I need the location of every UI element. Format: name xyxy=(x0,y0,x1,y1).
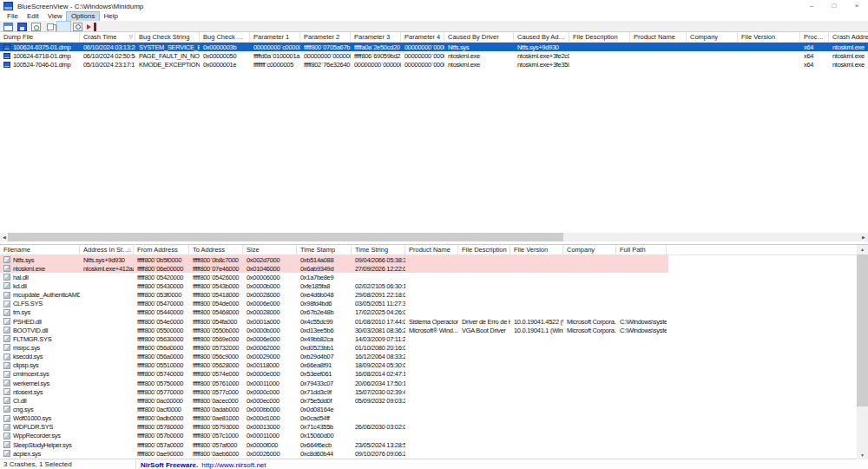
minimize-button[interactable]: – xyxy=(800,0,823,12)
driver-file-icon xyxy=(3,362,10,369)
horizontal-scrollbar[interactable]: ◀ ▶ xyxy=(0,233,868,241)
driver-row[interactable]: cmimcext.sysfffff800`05740000fffff800`05… xyxy=(0,370,668,379)
menu-item-options[interactable]: Options xyxy=(67,12,100,21)
driver-row[interactable]: PSHED.dllfffff800`054e0000fffff800`054fa… xyxy=(0,317,668,326)
driver-row[interactable]: CLFS.SYSfffff800`05470000fffff800`054de0… xyxy=(0,300,668,308)
table-cell: 0x15060d00 xyxy=(297,432,352,440)
column-header-file-description[interactable]: File Description xyxy=(569,32,630,42)
column-header-time-string[interactable]: Time String xyxy=(352,245,405,254)
driver-row[interactable]: Ntfs.sysNtfs.sys+9d930fffff800`0b5f0000f… xyxy=(0,255,668,264)
scroll-down-arrow-icon[interactable]: ▼ xyxy=(857,451,868,459)
column-header-file-version[interactable]: File Version xyxy=(738,32,800,42)
column-header-bug-check-string[interactable]: Bug Check String xyxy=(135,32,200,42)
table-cell: ffffffff`c0000005 xyxy=(250,61,300,69)
driver-row[interactable]: msrpc.sysfffff800`056d0000fffff800`05732… xyxy=(0,343,668,352)
column-header-parameter-4[interactable]: Parameter 4 xyxy=(401,32,444,42)
vertical-scrollbar[interactable]: ▲ ▼ xyxy=(857,245,868,459)
driver-row[interactable]: BOOTVID.dllfffff800`05500000fffff800`055… xyxy=(0,326,668,334)
driver-row[interactable]: cng.sysfffff800`0acf0000fffff800`0adab00… xyxy=(0,405,668,413)
crash-row[interactable]: 100524-7046-01.dmp05/10/2024 23:17:17KMO… xyxy=(0,61,868,69)
column-header-caused-by-address[interactable]: Caused By Address xyxy=(514,32,569,42)
table-cell: 0x00006000 xyxy=(243,273,297,281)
column-header-bug-check-code[interactable]: Bug Check Code xyxy=(200,32,250,42)
driver-row[interactable]: ksecdd.sysfffff800`056a0000fffff800`056c… xyxy=(0,353,668,361)
column-header-full-path[interactable]: Full Path xyxy=(616,245,667,254)
driver-row[interactable]: FLTMGR.SYSfffff800`05630000fffff800`0569… xyxy=(0,334,668,343)
column-header-address-in-stack[interactable]: Address In Stack△ xyxy=(80,245,134,254)
table-cell: hal.dll xyxy=(0,273,80,281)
table-cell: fffff800`05500000 xyxy=(134,326,189,334)
driver-row[interactable]: mcupdate_AuthenticAMD.dllfffff800`053f00… xyxy=(0,291,668,300)
toolbar-button-properties[interactable] xyxy=(57,22,70,32)
driver-row[interactable]: SleepStudyHelper.sysfffff800`057a0000fff… xyxy=(0,440,668,449)
table-cell: fffff800`0543b000 xyxy=(189,281,243,290)
toolbar-button-copy[interactable] xyxy=(43,22,56,32)
column-header-parameter-1[interactable]: Parameter 1 xyxy=(250,32,300,42)
table-cell xyxy=(563,255,616,264)
column-header-file-description[interactable]: File Description xyxy=(458,245,510,254)
maximize-button[interactable]: □ xyxy=(823,0,845,12)
driver-row[interactable]: ntoskrnl.exentoskrnl.exe+412aa9fffff800`… xyxy=(0,264,668,273)
close-button[interactable]: × xyxy=(845,0,868,12)
table-cell: fffff800`05430000 xyxy=(134,281,189,290)
column-header-company[interactable]: Company xyxy=(563,245,616,254)
driver-row[interactable]: hal.dllfffff800`05420000fffff800`0542600… xyxy=(0,273,668,281)
toolbar-button-refresh[interactable] xyxy=(30,22,43,32)
scroll-right-arrow-icon[interactable]: ▶ xyxy=(859,233,868,241)
driver-row[interactable]: tm.sysfffff800`05440000fffff800`05468000… xyxy=(0,308,668,317)
crash-row[interactable]: 100624-6375-01.dmp06/10/2024 03:13:20SYS… xyxy=(0,43,868,51)
column-header-dump-file[interactable]: Dump File xyxy=(0,32,80,42)
sort-desc-icon: ▽ xyxy=(128,32,133,42)
table-cell: ntosext.sys xyxy=(0,387,80,396)
table-cell xyxy=(563,308,616,317)
column-header-crash-time[interactable]: Crash Time▽ xyxy=(80,32,135,42)
nirsoft-url-link[interactable]: http://www.nirsoft.net xyxy=(201,461,266,469)
column-header-filename[interactable]: Filename xyxy=(0,245,80,254)
table-cell xyxy=(405,396,458,405)
table-cell: 02/02/2105 06:30:16 xyxy=(352,281,405,290)
driver-row[interactable]: ntosext.sysfffff800`05770000fffff800`057… xyxy=(0,387,668,396)
column-header-parameter-2[interactable]: Parameter 2 xyxy=(300,32,351,42)
column-header-time-stamp[interactable]: Time Stamp xyxy=(297,245,352,254)
toolbar-button-window[interactable] xyxy=(2,22,15,32)
driver-row[interactable]: CI.dllfffff800`0ac00000fffff800`0acec000… xyxy=(0,396,668,405)
driver-row[interactable]: WppRecorder.sysfffff800`057b0000fffff800… xyxy=(0,432,668,440)
column-header-product-name[interactable]: Product Name xyxy=(405,245,458,254)
crash-row[interactable]: 100624-6718-01.dmp06/10/2024 02:50:54PAG… xyxy=(0,51,868,60)
table-cell: clipsp.sys xyxy=(0,361,80,370)
find-icon xyxy=(73,23,82,31)
table-cell: 05/10/2024 23:17:17 xyxy=(80,61,135,69)
table-cell xyxy=(80,317,134,326)
column-header-file-version[interactable]: File Version xyxy=(510,245,563,254)
menu-item-help[interactable]: Help xyxy=(99,12,122,21)
column-header-to-address[interactable]: To Address xyxy=(189,245,243,254)
driver-row[interactable]: WDFLDR.SYSfffff800`05780000fffff800`0579… xyxy=(0,423,668,432)
column-header-product-name[interactable]: Product Name xyxy=(630,32,687,42)
vertical-scroll-thumb[interactable] xyxy=(857,254,868,406)
driver-row[interactable]: Wdf01000.sysfffff800`0adb0000fffff800`0a… xyxy=(0,414,668,423)
table-cell: 0x01046000 xyxy=(243,264,297,273)
driver-row[interactable]: kd.dllfffff800`05430000fffff800`0543b000… xyxy=(0,281,668,290)
scroll-up-arrow-icon[interactable]: ▲ xyxy=(857,245,868,254)
column-header-processor[interactable]: Processor xyxy=(800,32,829,42)
column-header-crash-address[interactable]: Crash Address xyxy=(829,32,868,42)
driver-row[interactable]: acpiex.sysfffff800`0ae90000fffff800`0aeb… xyxy=(0,449,668,458)
table-cell: ntoskrnl.exe xyxy=(829,61,868,69)
column-header-parameter-3[interactable]: Parameter 3 xyxy=(351,32,401,42)
toolbar-button-exit[interactable] xyxy=(85,22,98,32)
driver-row[interactable]: werkernel.sysfffff800`05750000fffff800`0… xyxy=(0,379,668,387)
column-header-caused-by-driver[interactable]: Caused By Driver xyxy=(444,32,514,42)
table-cell xyxy=(458,370,510,379)
toolbar-button-save[interactable] xyxy=(16,22,29,32)
column-header-from-address[interactable]: From Address xyxy=(134,245,189,254)
column-header-company[interactable]: Company xyxy=(687,32,738,42)
menu-item-view[interactable]: View xyxy=(43,12,67,21)
horizontal-scroll-thumb[interactable] xyxy=(8,233,563,241)
column-header-size[interactable]: Size xyxy=(243,245,297,254)
table-cell xyxy=(616,273,667,281)
driver-list-pane: FilenameAddress In Stack△From AddressTo … xyxy=(0,244,868,459)
menu-item-file[interactable]: File xyxy=(3,12,23,21)
driver-row[interactable]: clipsp.sysfffff800`05510000fffff800`0562… xyxy=(0,361,668,370)
menu-item-edit[interactable]: Edit xyxy=(23,12,43,21)
toolbar-button-find[interactable] xyxy=(71,22,84,32)
